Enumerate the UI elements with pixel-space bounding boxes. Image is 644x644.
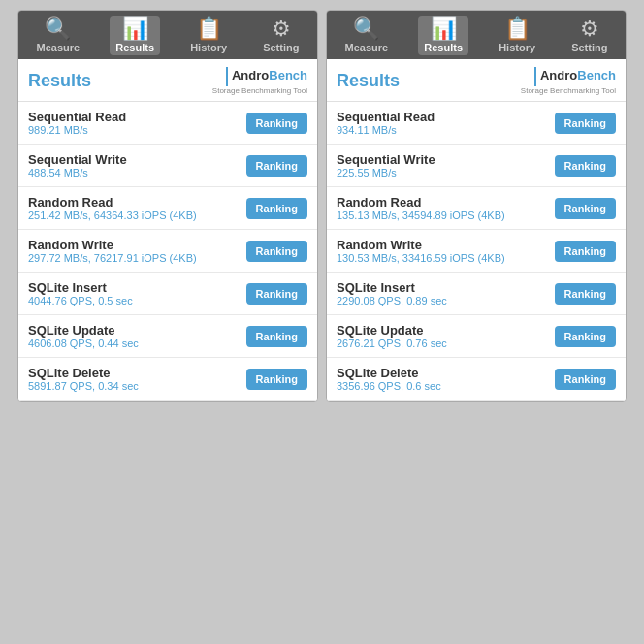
nav-item-history[interactable]: 📋History xyxy=(184,16,233,55)
result-name: Random Write xyxy=(337,238,505,252)
ranking-button[interactable]: Ranking xyxy=(246,241,307,262)
result-name: SQLite Delete xyxy=(337,366,441,380)
result-row-2: Random Read251.42 MB/s, 64364.33 iOPS (4… xyxy=(18,187,317,230)
nav-item-setting[interactable]: ⚙Setting xyxy=(257,16,305,55)
result-info: Sequential Write488.54 MB/s xyxy=(28,152,127,178)
nav-label-measure: Measure xyxy=(345,42,389,53)
result-row-1: Sequential Write488.54 MB/sRanking xyxy=(18,145,317,187)
result-name: SQLite Update xyxy=(28,323,139,338)
results-icon: 📊 xyxy=(431,18,457,40)
result-row-2: Random Read135.13 MB/s, 34594.89 iOPS (4… xyxy=(327,187,626,230)
result-row-5: SQLite Update4606.08 QPS, 0.44 secRankin… xyxy=(18,315,317,358)
result-info: Sequential Write225.55 MB/s xyxy=(337,152,435,178)
nav-label-results: Results xyxy=(115,42,154,53)
result-info: Random Write297.72 MB/s, 76217.91 iOPS (… xyxy=(28,238,197,264)
ranking-button[interactable]: Ranking xyxy=(555,113,616,134)
result-value: 5891.87 QPS, 0.34 sec xyxy=(28,380,139,392)
result-row-5: SQLite Update2676.21 QPS, 0.76 secRankin… xyxy=(327,315,626,358)
phone-1: 🔍Measure📊Results📋History⚙SettingResultsA… xyxy=(17,10,318,402)
results-icon: 📊 xyxy=(122,18,148,40)
result-name: Sequential Read xyxy=(28,110,126,124)
result-row-6: SQLite Delete3356.96 QPS, 0.6 secRanking xyxy=(327,358,626,401)
ranking-button[interactable]: Ranking xyxy=(246,198,307,219)
ranking-button[interactable]: Ranking xyxy=(246,283,307,305)
ranking-button[interactable]: Ranking xyxy=(555,155,616,177)
ranking-button[interactable]: Ranking xyxy=(555,369,616,390)
history-icon: 📋 xyxy=(196,18,222,40)
nav-item-measure[interactable]: 🔍Measure xyxy=(339,16,395,55)
nav-item-results[interactable]: 📊Results xyxy=(418,16,468,55)
results-title: Results xyxy=(28,71,91,91)
result-info: SQLite Update4606.08 QPS, 0.44 sec xyxy=(28,323,139,349)
results-title: Results xyxy=(337,71,400,91)
result-row-3: Random Write130.53 MB/s, 33416.59 iOPS (… xyxy=(327,230,626,273)
result-name: SQLite Update xyxy=(337,323,447,338)
result-row-3: Random Write297.72 MB/s, 76217.91 iOPS (… xyxy=(18,230,317,273)
setting-icon: ⚙ xyxy=(272,18,291,40)
result-value: 251.42 MB/s, 64364.33 iOPS (4KB) xyxy=(28,209,197,221)
result-value: 4606.08 QPS, 0.44 sec xyxy=(28,338,139,349)
result-value: 135.13 MB/s, 34594.89 iOPS (4KB) xyxy=(337,209,505,221)
logo-suffix: Bench xyxy=(577,68,616,82)
result-value: 989.21 MB/s xyxy=(28,124,126,136)
logo-bar-icon xyxy=(226,67,228,86)
result-info: SQLite Delete5891.87 QPS, 0.34 sec xyxy=(28,366,139,392)
ranking-button[interactable]: Ranking xyxy=(555,283,616,305)
result-row-0: Sequential Read934.11 MB/sRanking xyxy=(327,102,626,145)
nav-item-measure[interactable]: 🔍Measure xyxy=(31,16,86,55)
androbench-logo: AndroBenchStorage Benchmarking Tool xyxy=(212,67,307,95)
ranking-button[interactable]: Ranking xyxy=(555,241,616,262)
logo-suffix: Bench xyxy=(269,68,307,82)
result-name: Random Read xyxy=(337,195,505,209)
result-row-1: Sequential Write225.55 MB/sRanking xyxy=(327,145,626,187)
nav-label-setting: Setting xyxy=(263,42,299,53)
result-name: Random Write xyxy=(28,238,197,252)
result-info: SQLite Insert2290.08 QPS, 0.89 sec xyxy=(337,280,447,306)
result-row-4: SQLite Insert2290.08 QPS, 0.89 secRankin… xyxy=(327,273,626,315)
result-value: 934.11 MB/s xyxy=(337,124,435,136)
result-value: 130.53 MB/s, 33416.59 iOPS (4KB) xyxy=(337,252,505,264)
nav-label-setting: Setting xyxy=(571,42,607,53)
nav-label-results: Results xyxy=(424,42,463,53)
result-info: Sequential Read934.11 MB/s xyxy=(337,110,435,136)
result-row-6: SQLite Delete5891.87 QPS, 0.34 secRankin… xyxy=(18,358,317,401)
nav-item-results[interactable]: 📊Results xyxy=(110,16,160,55)
result-value: 4044.76 QPS, 0.5 sec xyxy=(28,295,133,306)
result-name: Sequential Read xyxy=(337,110,435,124)
history-icon: 📋 xyxy=(504,18,531,40)
result-name: SQLite Insert xyxy=(337,280,447,295)
logo-main-text: AndroBench xyxy=(226,67,307,86)
ranking-button[interactable]: Ranking xyxy=(246,113,307,134)
nav-bar: 🔍Measure📊Results📋History⚙Setting xyxy=(327,11,626,59)
result-value: 488.54 MB/s xyxy=(28,167,127,178)
result-value: 225.55 MB/s xyxy=(337,167,435,178)
result-row-4: SQLite Insert4044.76 QPS, 0.5 secRanking xyxy=(18,273,317,315)
nav-item-history[interactable]: 📋History xyxy=(493,16,541,55)
measure-icon: 🔍 xyxy=(353,18,379,40)
androbench-logo: AndroBenchStorage Benchmarking Tool xyxy=(521,67,616,95)
result-value: 2290.08 QPS, 0.89 sec xyxy=(337,295,447,306)
ranking-button[interactable]: Ranking xyxy=(246,326,307,347)
ranking-button[interactable]: Ranking xyxy=(555,326,616,347)
logo-tagline: Storage Benchmarking Tool xyxy=(521,86,616,95)
result-info: Random Read251.42 MB/s, 64364.33 iOPS (4… xyxy=(28,195,197,221)
result-info: SQLite Insert4044.76 QPS, 0.5 sec xyxy=(28,280,133,306)
setting-icon: ⚙ xyxy=(580,18,599,40)
result-name: Sequential Write xyxy=(28,152,127,167)
result-info: SQLite Update2676.21 QPS, 0.76 sec xyxy=(337,323,447,349)
nav-label-history: History xyxy=(190,42,227,53)
nav-item-setting[interactable]: ⚙Setting xyxy=(565,16,613,55)
result-value: 2676.21 QPS, 0.76 sec xyxy=(337,338,447,349)
ranking-button[interactable]: Ranking xyxy=(246,155,307,177)
nav-bar: 🔍Measure📊Results📋History⚙Setting xyxy=(18,11,317,59)
ranking-button[interactable]: Ranking xyxy=(246,369,307,390)
result-info: Sequential Read989.21 MB/s xyxy=(28,110,126,136)
result-name: Sequential Write xyxy=(337,152,435,167)
content-area: ResultsAndroBenchStorage Benchmarking To… xyxy=(327,59,626,401)
result-name: SQLite Delete xyxy=(28,366,139,380)
result-row-0: Sequential Read989.21 MB/sRanking xyxy=(18,102,317,145)
nav-label-measure: Measure xyxy=(37,42,80,53)
nav-label-history: History xyxy=(499,42,535,53)
measure-icon: 🔍 xyxy=(45,18,71,40)
ranking-button[interactable]: Ranking xyxy=(555,198,616,219)
